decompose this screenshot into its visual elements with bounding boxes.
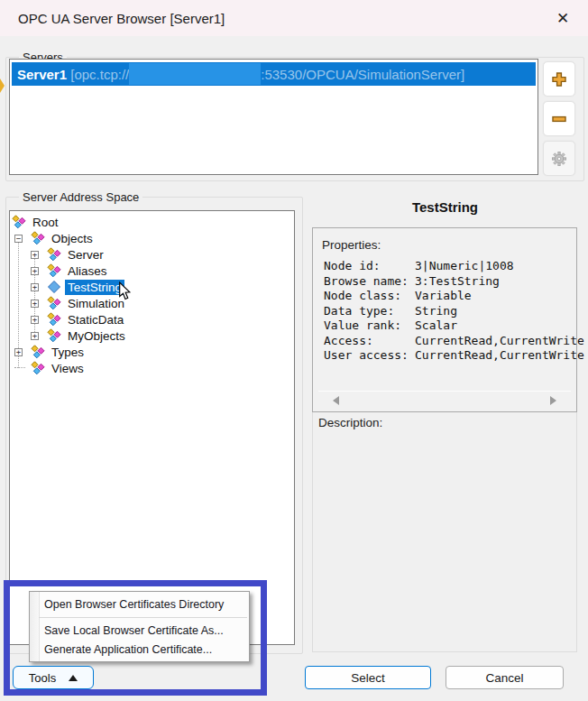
tree-node-label: Views bbox=[49, 361, 87, 376]
annotation-arrow-fragment bbox=[0, 78, 5, 93]
details-panel: Properties: Node id:3|Numeric|1008Browse… bbox=[312, 227, 577, 652]
tree-expander-plus-icon[interactable]: + bbox=[31, 283, 39, 291]
tree-expander-plus-icon[interactable]: + bbox=[31, 332, 39, 340]
diamonds-icon bbox=[47, 263, 61, 278]
tools-button[interactable]: Tools bbox=[13, 666, 94, 689]
server-list-item[interactable]: Server1 [opc.tcp://:53530/OPCUA/Simulati… bbox=[12, 62, 536, 86]
tree-node-staticdata[interactable]: +StaticData bbox=[10, 311, 294, 327]
property-value: CurrentRead,CurrentWrite bbox=[415, 348, 584, 364]
property-label: Node id: bbox=[324, 259, 415, 274]
title-bar: OPC UA Server Browser [Server1] bbox=[0, 0, 588, 36]
diamonds-icon bbox=[12, 215, 26, 229]
minus-icon bbox=[550, 110, 568, 128]
tree-node-label: Aliases bbox=[65, 263, 110, 279]
tree-node-label: Root bbox=[30, 215, 61, 230]
tree-node-myobjects[interactable]: +MyObjects bbox=[10, 327, 294, 344]
diamonds-icon bbox=[47, 247, 61, 262]
gear-icon bbox=[551, 151, 567, 167]
server-name: Server1 bbox=[17, 67, 67, 82]
server-list[interactable]: Server1 [opc.tcp://:53530/OPCUA/Simulati… bbox=[9, 59, 538, 175]
blue-diamond-icon bbox=[47, 280, 61, 294]
tree-node-server[interactable]: +Server bbox=[10, 246, 294, 263]
select-button[interactable]: Select bbox=[305, 666, 431, 689]
selected-node-title: TestString bbox=[312, 199, 578, 215]
tree-node-root[interactable]: Root bbox=[10, 214, 294, 230]
tree-expander-plus-icon[interactable]: + bbox=[31, 316, 39, 324]
property-row: Node id:3|Numeric|1008 bbox=[324, 259, 573, 274]
scroll-left-arrow-icon[interactable] bbox=[333, 396, 339, 405]
address-space-tree[interactable]: Root−Objects+Server+Aliases+TestString+S… bbox=[9, 210, 295, 645]
add-server-button[interactable] bbox=[543, 61, 575, 97]
description-label: Description: bbox=[318, 416, 382, 429]
window-title: OPC UA Server Browser [Server1] bbox=[0, 11, 225, 26]
diamonds-icon bbox=[47, 296, 61, 310]
menu-item[interactable]: Open Browser Certificates Directory bbox=[30, 595, 249, 614]
property-label: Access: bbox=[324, 334, 415, 349]
tools-button-label: Tools bbox=[29, 671, 56, 685]
tree-node-label: TestString bbox=[65, 280, 124, 295]
tree-node-aliases[interactable]: +Aliases bbox=[10, 263, 294, 279]
tree-expander-minus-icon[interactable]: − bbox=[14, 235, 23, 243]
property-value: Variable bbox=[415, 289, 472, 304]
menu-item[interactable]: Generate Application Certificate... bbox=[30, 641, 249, 659]
tree-node-objects[interactable]: −Objects bbox=[10, 230, 294, 246]
diamonds-icon bbox=[31, 345, 45, 359]
property-value: String bbox=[415, 304, 457, 319]
tree-expander-plus-icon[interactable]: + bbox=[14, 348, 23, 356]
redaction-block bbox=[129, 63, 261, 85]
property-label: User access: bbox=[324, 348, 415, 364]
remove-server-button[interactable] bbox=[543, 101, 575, 136]
property-label: Data type: bbox=[324, 304, 415, 319]
property-row: Access:CurrentRead,CurrentWrite bbox=[324, 334, 573, 349]
server-settings-button[interactable] bbox=[543, 141, 575, 176]
tree-expander-plus-icon[interactable]: + bbox=[31, 251, 39, 259]
property-value: 3:TestString bbox=[415, 274, 500, 290]
properties-box: Properties: Node id:3|Numeric|1008Browse… bbox=[312, 227, 577, 412]
property-label: Node class: bbox=[324, 289, 415, 304]
tree-node-views[interactable]: Views bbox=[10, 360, 294, 376]
tree-node-label: Server bbox=[65, 247, 106, 263]
tree-node-label: Types bbox=[49, 345, 87, 360]
tree-node-types[interactable]: +Types bbox=[10, 344, 294, 360]
property-row: Data type:String bbox=[324, 304, 573, 319]
server-url-suffix: :53530/OPCUA/SimulationServer] bbox=[261, 67, 464, 82]
property-label: Browse name: bbox=[324, 274, 415, 290]
tree-node-label: MyObjects bbox=[65, 328, 128, 344]
server-url-prefix: [opc.tcp:// bbox=[67, 67, 129, 82]
property-label: Value rank: bbox=[324, 318, 415, 334]
close-button[interactable]: ✕ bbox=[545, 4, 581, 32]
chevron-up-icon bbox=[69, 675, 78, 681]
tree-expander-plus-icon[interactable]: + bbox=[31, 300, 39, 308]
cancel-button-label: Cancel bbox=[485, 671, 523, 685]
diamonds-icon bbox=[47, 312, 61, 327]
property-row: Value rank:Scalar bbox=[324, 318, 573, 334]
menu-separator bbox=[39, 617, 247, 618]
address-space-group-label: Server Address Space bbox=[19, 190, 142, 204]
tree-node-teststring[interactable]: +TestString bbox=[10, 279, 294, 295]
tree-expander-plus-icon[interactable]: + bbox=[31, 267, 39, 275]
tree-node-simulation[interactable]: +Simulation bbox=[10, 295, 294, 311]
property-value: CurrentRead,CurrentWrite bbox=[415, 334, 584, 349]
diamonds-icon bbox=[31, 361, 45, 375]
diamonds-icon bbox=[47, 328, 61, 343]
property-value: 3|Numeric|1008 bbox=[415, 259, 514, 274]
diamonds-icon bbox=[31, 231, 45, 245]
tree-node-label: Objects bbox=[49, 231, 96, 246]
cancel-button[interactable]: Cancel bbox=[446, 666, 564, 689]
property-row: User access:CurrentRead,CurrentWrite bbox=[324, 348, 573, 364]
tree-node-label: StaticData bbox=[65, 312, 126, 327]
select-button-label: Select bbox=[351, 671, 385, 685]
tools-menu: Open Browser Certificates DirectorySave … bbox=[29, 591, 250, 662]
property-row: Node class:Variable bbox=[324, 289, 573, 304]
property-value: Scalar bbox=[415, 318, 457, 334]
property-row: Browse name:3:TestString bbox=[324, 274, 573, 290]
scroll-right-arrow-icon[interactable] bbox=[550, 396, 556, 405]
plus-icon bbox=[550, 70, 568, 88]
properties-label: Properties: bbox=[322, 238, 381, 252]
mouse-cursor-icon bbox=[118, 281, 132, 301]
horizontal-scrollbar[interactable] bbox=[318, 391, 571, 408]
tree-connector-stub bbox=[14, 367, 25, 369]
menu-item[interactable]: Save Local Browser Certificate As... bbox=[30, 622, 249, 641]
